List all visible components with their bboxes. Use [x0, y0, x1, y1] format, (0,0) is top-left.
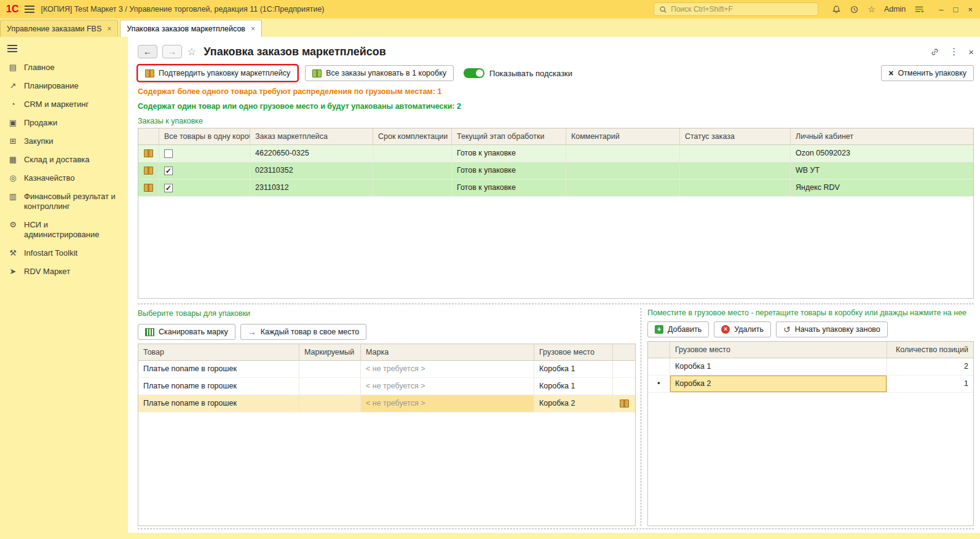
- scan-mark-button[interactable]: Сканировать марку: [138, 324, 235, 340]
- sidebar-item-label: RDV Маркет: [24, 267, 70, 277]
- order-row[interactable]: 023110352 Готов к упаковке WB УТ: [138, 162, 973, 179]
- mark-cell: < не требуется >: [361, 395, 534, 412]
- hints-toggle[interactable]: [464, 68, 484, 78]
- column-header: Статус заказа: [680, 128, 791, 145]
- main-toolbar: Подтвердить упаковку маркетплейсу Все за…: [138, 65, 974, 81]
- notification-bell-icon[interactable]: [832, 5, 841, 14]
- sections-sidebar: ▤ Главное ↗ Планирование ◔ CRM и маркети…: [0, 37, 128, 533]
- cart-icon: ⊞: [7, 136, 18, 146]
- each-item-own-place-button[interactable]: → Каждый товар в свое место: [240, 324, 366, 340]
- orders-table-empty-area: [138, 197, 973, 298]
- mark-cell: < не требуется >: [361, 378, 534, 395]
- order-icon-cell: [138, 162, 159, 179]
- sidebar-item-purchases[interactable]: ⊞ Закупки: [0, 132, 128, 151]
- sidebar-item-warehouse[interactable]: ▦ Склад и доставка: [0, 151, 128, 169]
- back-button[interactable]: ←: [138, 45, 157, 58]
- product-row-selected[interactable]: Платье noname в горошек < не требуется >…: [138, 395, 635, 412]
- order-row[interactable]: 46220650-0325 Готов к упаковке Ozon 0509…: [138, 145, 973, 162]
- sidebar-item-treasury[interactable]: ◎ Казначейство: [0, 169, 128, 187]
- chart-up-icon: ↗: [7, 81, 18, 91]
- order-row[interactable]: 23110312 Готов к упаковке Яндекс RDV: [138, 179, 973, 197]
- global-search[interactable]: [654, 2, 818, 16]
- package-name-cell: Коробка 2: [670, 376, 887, 392]
- minimize-button[interactable]: –: [939, 6, 943, 14]
- warehouse-icon: ▦: [7, 155, 18, 165]
- confirm-packing-button[interactable]: Подтвердить упаковку маркетплейсу: [138, 65, 298, 81]
- marker-cell: •: [648, 376, 670, 392]
- close-window-button[interactable]: ×: [968, 6, 973, 14]
- status-cell: [680, 179, 791, 196]
- package-row-selected[interactable]: • Коробка 2 1: [648, 376, 973, 393]
- package-green-icon: [312, 69, 322, 77]
- all-in-one-cell: [159, 162, 250, 179]
- favorites-star-icon[interactable]: ☆: [867, 4, 875, 14]
- all-in-one-checkbox[interactable]: [164, 167, 173, 175]
- orders-header-row: Все товары в одну коробку Заказ маркетпл…: [138, 128, 973, 145]
- marker-column-header: [648, 342, 670, 358]
- sidebar-item-sales[interactable]: ▣ Продажи: [0, 114, 128, 132]
- sidebar-item-label: Планирование: [24, 81, 79, 91]
- service-settings-menu-icon[interactable]: [914, 5, 924, 14]
- sidebar-item-infostart-toolkit[interactable]: ⚒ Infostart Toolkit: [0, 244, 128, 262]
- products-table: Товар Маркируемый Марка Грузовое место П…: [138, 344, 636, 526]
- column-header: Заказ маркетплейса: [250, 128, 373, 145]
- package-row[interactable]: Коробка 1 2: [648, 358, 973, 376]
- user-name[interactable]: Admin: [884, 5, 906, 14]
- marker-cell: [648, 358, 670, 375]
- cancel-packing-button[interactable]: × Отменить упаковку: [881, 65, 974, 81]
- barcode-icon: [145, 328, 154, 336]
- bottom-panels: Выберите товары для упаковки Сканировать…: [138, 304, 974, 529]
- history-icon[interactable]: [850, 5, 859, 14]
- tab-close-icon[interactable]: ×: [251, 25, 255, 33]
- main-menu-icon[interactable]: [25, 6, 34, 13]
- maximize-button[interactable]: □: [954, 6, 958, 14]
- pie-chart-icon: ◔: [7, 100, 18, 109]
- more-menu-icon[interactable]: ⋮: [949, 46, 958, 57]
- home-icon: ▤: [7, 63, 18, 73]
- link-icon[interactable]: [930, 47, 939, 57]
- mark-cell: < не требуется >: [361, 361, 534, 377]
- cabinet-cell: WB УТ: [791, 162, 973, 179]
- comment-cell: [566, 162, 680, 179]
- sidebar-item-nsi-admin[interactable]: ⚙ НСИ и администрирование: [0, 216, 128, 244]
- order-icon-cell: [138, 179, 159, 196]
- product-row[interactable]: Платье noname в горошек < не требуется >…: [138, 361, 635, 378]
- delete-package-button[interactable]: Удалить: [714, 321, 771, 337]
- page-title: Упаковка заказов маркетплейсов: [204, 45, 386, 58]
- sidebar-item-rdv-market[interactable]: ➤ RDV Маркет: [0, 262, 128, 281]
- briefcase-icon: ▣: [7, 118, 18, 128]
- tab-marketplace-packing[interactable]: Упаковка заказов маркетплейсов ×: [120, 20, 262, 37]
- packages-panel: Поместите в грузовое место - перетащите …: [641, 308, 974, 526]
- sidebar-item-crm[interactable]: ◔ CRM и маркетинг: [0, 95, 128, 114]
- restart-packing-button[interactable]: ↺ Начать упаковку заново: [776, 321, 888, 337]
- tab-close-icon[interactable]: ×: [107, 25, 111, 33]
- package-cell: Коробка 2: [534, 395, 613, 412]
- all-in-one-checkbox[interactable]: [164, 149, 173, 158]
- cabinet-cell: Яндекс RDV: [791, 179, 973, 196]
- add-package-button[interactable]: Добавить: [647, 321, 709, 337]
- sections-menu-button[interactable]: [0, 39, 128, 58]
- products-toolbar: Сканировать марку → Каждый товар в свое …: [138, 324, 636, 340]
- all-in-one-cell: [159, 145, 250, 162]
- sidebar-item-planning[interactable]: ↗ Планирование: [0, 77, 128, 95]
- favorite-star-icon[interactable]: ☆: [187, 45, 196, 58]
- sidebar-item-main[interactable]: ▤ Главное: [0, 58, 128, 77]
- pack-all-in-one-box-button[interactable]: Все заказы упаковать в 1 коробку: [305, 65, 454, 81]
- 1c-logo: 1С: [6, 4, 18, 15]
- forward-button[interactable]: →: [162, 45, 182, 58]
- product-row[interactable]: Платье noname в горошек < не требуется >…: [138, 378, 635, 395]
- product-cell: Платье noname в горошек: [138, 395, 299, 412]
- products-section-label: Выберите товары для упаковки: [138, 309, 636, 318]
- product-cell: Платье noname в горошек: [138, 378, 299, 395]
- search-input[interactable]: [671, 5, 813, 14]
- cancel-x-icon: ×: [888, 69, 893, 77]
- tab-orders-fbs[interactable]: Управление заказами FBS ×: [0, 20, 118, 37]
- order-number-cell: 23110312: [250, 179, 373, 196]
- sidebar-item-label: Продажи: [24, 118, 57, 128]
- row-icon-cell: [613, 378, 635, 395]
- gear-icon: ⚙: [7, 220, 18, 230]
- close-form-button[interactable]: ×: [968, 47, 974, 57]
- info-message: Содержат один товар или одно грузовое ме…: [138, 102, 974, 111]
- sidebar-item-finance[interactable]: ▥ Финансовый результат и контроллинг: [0, 187, 128, 216]
- all-in-one-checkbox[interactable]: [164, 184, 173, 192]
